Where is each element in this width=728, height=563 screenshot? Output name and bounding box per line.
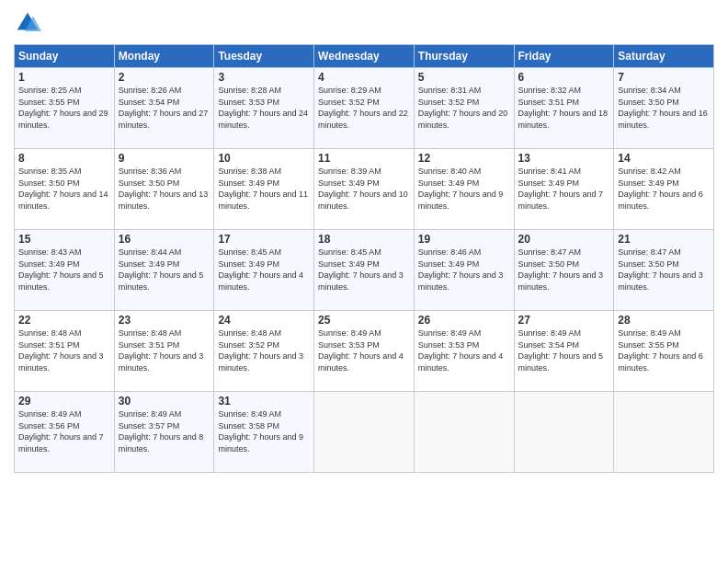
day-number: 26 — [418, 314, 510, 327]
day-header-saturday: Saturday — [614, 45, 714, 68]
calendar-cell: 7 Sunrise: 8:34 AM Sunset: 3:50 PM Dayli… — [614, 68, 714, 149]
daylight-label: Daylight: 7 hours and 3 minutes. — [518, 270, 604, 292]
sunset-label: Sunset: 3:51 PM — [18, 340, 80, 350]
day-info: Sunrise: 8:41 AM Sunset: 3:49 PM Dayligh… — [518, 166, 610, 212]
sunrise-label: Sunrise: 8:48 AM — [18, 328, 82, 338]
sunrise-label: Sunrise: 8:41 AM — [518, 167, 582, 176]
sunset-label: Sunset: 3:55 PM — [618, 340, 679, 350]
calendar-week-5: 29 Sunrise: 8:49 AM Sunset: 3:56 PM Dayl… — [15, 392, 714, 473]
sunset-label: Sunset: 3:50 PM — [18, 178, 80, 188]
day-number: 18 — [318, 233, 410, 246]
calendar-cell: 12 Sunrise: 8:40 AM Sunset: 3:49 PM Dayl… — [414, 149, 514, 230]
sunset-label: Sunset: 3:51 PM — [119, 340, 180, 350]
calendar-week-2: 8 Sunrise: 8:35 AM Sunset: 3:50 PM Dayli… — [15, 149, 714, 230]
day-number: 24 — [218, 314, 310, 327]
calendar-cell: 27 Sunrise: 8:49 AM Sunset: 3:54 PM Dayl… — [514, 311, 614, 392]
sunrise-label: Sunrise: 8:49 AM — [119, 409, 182, 419]
sunrise-label: Sunrise: 8:39 AM — [318, 167, 381, 176]
day-header-thursday: Thursday — [414, 45, 514, 68]
sunrise-label: Sunrise: 8:31 AM — [418, 86, 482, 95]
calendar-cell: 6 Sunrise: 8:32 AM Sunset: 3:51 PM Dayli… — [514, 68, 614, 149]
sunset-label: Sunset: 3:53 PM — [318, 340, 380, 350]
day-info: Sunrise: 8:49 AM Sunset: 3:53 PM Dayligh… — [318, 327, 410, 373]
daylight-label: Daylight: 7 hours and 5 minutes. — [119, 270, 204, 292]
day-info: Sunrise: 8:44 AM Sunset: 3:49 PM Dayligh… — [119, 247, 210, 293]
calendar-cell: 22 Sunrise: 8:48 AM Sunset: 3:51 PM Dayl… — [15, 311, 115, 392]
daylight-label: Daylight: 7 hours and 9 minutes. — [218, 432, 303, 454]
day-number: 17 — [218, 233, 310, 246]
calendar-week-1: 1 Sunrise: 8:25 AM Sunset: 3:55 PM Dayli… — [15, 68, 714, 149]
sunrise-label: Sunrise: 8:35 AM — [18, 167, 82, 176]
sunrise-label: Sunrise: 8:26 AM — [119, 86, 182, 95]
day-info: Sunrise: 8:39 AM Sunset: 3:49 PM Dayligh… — [318, 166, 410, 212]
day-info: Sunrise: 8:35 AM Sunset: 3:50 PM Dayligh… — [18, 166, 110, 212]
day-number: 14 — [618, 152, 710, 165]
sunrise-label: Sunrise: 8:49 AM — [218, 409, 281, 419]
sunrise-label: Sunrise: 8:49 AM — [518, 328, 582, 338]
day-info: Sunrise: 8:45 AM Sunset: 3:49 PM Dayligh… — [218, 247, 310, 293]
daylight-label: Daylight: 7 hours and 14 minutes. — [18, 190, 108, 211]
day-info: Sunrise: 8:38 AM Sunset: 3:49 PM Dayligh… — [218, 166, 310, 212]
sunset-label: Sunset: 3:53 PM — [218, 98, 279, 107]
sunset-label: Sunset: 3:49 PM — [618, 178, 679, 188]
day-number: 28 — [618, 314, 710, 327]
day-info: Sunrise: 8:48 AM Sunset: 3:51 PM Dayligh… — [18, 327, 110, 373]
day-info: Sunrise: 8:49 AM Sunset: 3:56 PM Dayligh… — [18, 408, 110, 454]
sunset-label: Sunset: 3:49 PM — [119, 259, 180, 269]
day-header-sunday: Sunday — [15, 45, 115, 68]
sunset-label: Sunset: 3:50 PM — [518, 259, 580, 269]
sunset-label: Sunset: 3:52 PM — [218, 340, 279, 350]
sunset-label: Sunset: 3:50 PM — [119, 178, 180, 188]
day-info: Sunrise: 8:45 AM Sunset: 3:49 PM Dayligh… — [318, 247, 410, 293]
day-number: 7 — [618, 71, 710, 84]
daylight-label: Daylight: 7 hours and 13 minutes. — [119, 190, 209, 211]
day-header-friday: Friday — [514, 45, 614, 68]
daylight-label: Daylight: 7 hours and 24 minutes. — [218, 109, 308, 130]
day-number: 16 — [119, 233, 210, 246]
day-info: Sunrise: 8:47 AM Sunset: 3:50 PM Dayligh… — [618, 247, 710, 293]
sunrise-label: Sunrise: 8:49 AM — [418, 328, 482, 338]
day-info: Sunrise: 8:36 AM Sunset: 3:50 PM Dayligh… — [119, 166, 210, 212]
day-info: Sunrise: 8:48 AM Sunset: 3:52 PM Dayligh… — [218, 327, 310, 373]
sunset-label: Sunset: 3:54 PM — [518, 340, 580, 350]
daylight-label: Daylight: 7 hours and 22 minutes. — [318, 109, 408, 130]
calendar-cell: 19 Sunrise: 8:46 AM Sunset: 3:49 PM Dayl… — [414, 230, 514, 311]
day-number: 6 — [518, 71, 610, 84]
day-number: 8 — [18, 152, 110, 165]
daylight-label: Daylight: 7 hours and 3 minutes. — [18, 351, 104, 373]
day-header-tuesday: Tuesday — [214, 45, 314, 68]
daylight-label: Daylight: 7 hours and 4 minutes. — [218, 270, 303, 292]
day-info: Sunrise: 8:28 AM Sunset: 3:53 PM Dayligh… — [218, 85, 310, 131]
day-number: 4 — [318, 71, 410, 84]
day-info: Sunrise: 8:42 AM Sunset: 3:49 PM Dayligh… — [618, 166, 710, 212]
calendar-cell: 11 Sunrise: 8:39 AM Sunset: 3:49 PM Dayl… — [314, 149, 415, 230]
sunset-label: Sunset: 3:50 PM — [618, 259, 679, 269]
day-info: Sunrise: 8:49 AM Sunset: 3:53 PM Dayligh… — [418, 327, 510, 373]
day-number: 10 — [218, 152, 310, 165]
day-info: Sunrise: 8:49 AM Sunset: 3:55 PM Dayligh… — [618, 327, 710, 373]
day-info: Sunrise: 8:25 AM Sunset: 3:55 PM Dayligh… — [18, 85, 110, 131]
sunset-label: Sunset: 3:49 PM — [318, 178, 380, 188]
sunrise-label: Sunrise: 8:45 AM — [318, 247, 381, 257]
sunset-label: Sunset: 3:54 PM — [119, 98, 180, 107]
sunrise-label: Sunrise: 8:40 AM — [418, 167, 482, 176]
calendar-header-row: SundayMondayTuesdayWednesdayThursdayFrid… — [15, 45, 714, 68]
sunrise-label: Sunrise: 8:48 AM — [119, 328, 182, 338]
daylight-label: Daylight: 7 hours and 6 minutes. — [618, 190, 703, 211]
day-info: Sunrise: 8:49 AM Sunset: 3:54 PM Dayligh… — [518, 327, 610, 373]
day-info: Sunrise: 8:34 AM Sunset: 3:50 PM Dayligh… — [618, 85, 710, 131]
calendar-cell — [514, 392, 614, 473]
calendar-cell: 29 Sunrise: 8:49 AM Sunset: 3:56 PM Dayl… — [15, 392, 115, 473]
daylight-label: Daylight: 7 hours and 8 minutes. — [119, 432, 204, 454]
day-number: 23 — [119, 314, 210, 327]
sunset-label: Sunset: 3:56 PM — [18, 421, 80, 431]
day-info: Sunrise: 8:46 AM Sunset: 3:49 PM Dayligh… — [418, 247, 510, 293]
daylight-label: Daylight: 7 hours and 4 minutes. — [318, 351, 404, 373]
sunrise-label: Sunrise: 8:29 AM — [318, 86, 381, 95]
calendar-cell: 1 Sunrise: 8:25 AM Sunset: 3:55 PM Dayli… — [15, 68, 115, 149]
sunrise-label: Sunrise: 8:49 AM — [618, 328, 681, 338]
day-info: Sunrise: 8:32 AM Sunset: 3:51 PM Dayligh… — [518, 85, 610, 131]
day-info: Sunrise: 8:31 AM Sunset: 3:52 PM Dayligh… — [418, 85, 510, 131]
calendar-week-4: 22 Sunrise: 8:48 AM Sunset: 3:51 PM Dayl… — [15, 311, 714, 392]
sunrise-label: Sunrise: 8:43 AM — [18, 247, 82, 257]
